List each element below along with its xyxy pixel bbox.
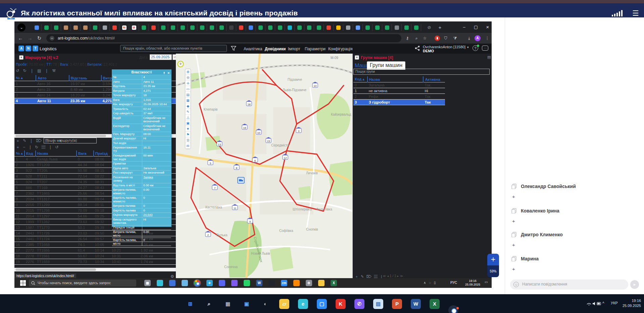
groups-pagination[interactable]: ≪ ◂ 1 / 1 ▸ ≫ bbox=[383, 274, 403, 278]
points-hscrollbar[interactable] bbox=[14, 268, 176, 271]
column-header[interactable]: Активна bbox=[423, 76, 445, 82]
property-value[interactable]: Заявка bbox=[142, 175, 171, 183]
gps-target-button[interactable]: ✛ bbox=[177, 61, 184, 67]
taskbar-excel[interactable]: X bbox=[430, 299, 440, 309]
property-row[interactable]: Вага1,016 bbox=[112, 98, 171, 103]
close-icon[interactable]: ✕ bbox=[167, 70, 170, 76]
app-search-input[interactable]: Пошук країн, областей, або населених пун… bbox=[120, 45, 227, 52]
streamed-taskbar-viber[interactable] bbox=[231, 280, 238, 286]
streamed-taskbar-telegram[interactable]: ✈ bbox=[206, 280, 213, 286]
property-row[interactable]: Довгий маршрутНі bbox=[112, 136, 171, 141]
taskbar-copilot[interactable]: ◐ bbox=[260, 299, 270, 309]
streamed-language[interactable]: РУС bbox=[450, 281, 457, 285]
browser-tab-red[interactable] bbox=[110, 24, 119, 31]
browser-tab-sheet[interactable] bbox=[207, 24, 217, 31]
table-row[interactable]: 0ЗагальнаТак bbox=[353, 82, 445, 88]
tab-search-button[interactable]: ⌄ bbox=[17, 23, 26, 32]
property-row[interactable]: Відстань23.35 км bbox=[112, 84, 171, 89]
streamed-taskbar-excel[interactable]: X bbox=[331, 280, 337, 286]
download-icon[interactable]: ⤓ bbox=[466, 35, 473, 42]
taskbar-task-view[interactable]: ▦ bbox=[223, 299, 233, 309]
taskbar-search[interactable]: ⌕ bbox=[204, 299, 214, 309]
column-header[interactable]: № ▴ bbox=[14, 75, 36, 81]
property-row[interactable]: Вартість палива, місто0 bbox=[112, 238, 171, 246]
recording-mic-icon[interactable] bbox=[435, 36, 440, 41]
browser-tab-doc[interactable] bbox=[32, 24, 42, 31]
property-row[interactable]: Точок маршруту18 bbox=[112, 93, 171, 98]
map-tool-icon-13[interactable]: ✉ bbox=[185, 143, 191, 149]
property-row[interactable]: Оцінка маршрута24,543 bbox=[112, 213, 171, 217]
streamed-taskbar-file-explorer[interactable] bbox=[318, 280, 325, 286]
taskbar-edge[interactable]: e bbox=[298, 299, 308, 309]
browser-tab-gear[interactable] bbox=[100, 24, 110, 31]
browser-tab-blue[interactable] bbox=[246, 24, 256, 31]
property-row[interactable]: АвтоАвто 11 bbox=[112, 80, 171, 84]
table-row[interactable]: 172272ТТ155561.410:1410:211.92 км bbox=[14, 248, 176, 253]
password-key-icon[interactable]: ⚷ bbox=[404, 35, 411, 42]
property-row[interactable]: Відстань в місті0.00 км bbox=[112, 183, 171, 188]
browser-tab-cal[interactable] bbox=[71, 24, 81, 31]
column-header[interactable]: Приїзд bbox=[94, 150, 110, 156]
hamburger-menu-icon[interactable]: ☰ bbox=[632, 10, 639, 17]
wifi-volume-battery-icons[interactable] bbox=[587, 301, 601, 306]
browser-tab-red[interactable] bbox=[324, 24, 334, 31]
menu-item-3[interactable]: Імпорт bbox=[288, 47, 300, 51]
forward-button[interactable]: → bbox=[26, 35, 34, 42]
column-header[interactable]: Вага bbox=[77, 150, 94, 156]
map-tool-icon-1[interactable]: ⊖ bbox=[185, 75, 191, 80]
streamed-taskbar-task-view[interactable]: ▦ bbox=[144, 280, 151, 286]
map-tool-icon-11[interactable]: ⚑ bbox=[185, 132, 191, 137]
routes-toolbar-icons[interactable]: ↺ ↻ ❘ ▤ ❘ ⚒ bbox=[16, 68, 57, 73]
participant-add-button[interactable]: + bbox=[512, 242, 515, 248]
streamed-taskbar-bsplayer[interactable] bbox=[169, 280, 176, 286]
account-name[interactable]: OvcharenkoAnton [11580] bbox=[423, 45, 465, 49]
participant-add-button[interactable]: + bbox=[512, 266, 515, 272]
browser-tab-gear[interactable] bbox=[343, 24, 353, 31]
browser-tab-sheet[interactable] bbox=[304, 24, 314, 31]
property-row[interactable]: Посилання на заявкуЗаявка bbox=[112, 175, 171, 183]
browser-tab-sheet[interactable] bbox=[265, 24, 275, 31]
property-row[interactable]: Порядок секцій bbox=[112, 226, 171, 230]
panel-menu-icon[interactable]: ▤ bbox=[487, 55, 491, 59]
taskbar-file-explorer[interactable]: ▱ bbox=[279, 299, 289, 309]
property-row[interactable]: Кін. маршруту25.09.2025 10:44 bbox=[112, 102, 171, 107]
browser-tab-sheet[interactable] bbox=[373, 24, 382, 31]
column-header[interactable]: Код ▴ bbox=[353, 76, 367, 82]
browser-tab-sheet[interactable] bbox=[188, 24, 197, 31]
points-toolbar2-icons[interactable]: ＋ − ❘ ↻ ▤ ❘ ↺ bbox=[16, 144, 59, 150]
table-row[interactable]: 1не активнаНі bbox=[353, 88, 445, 94]
back-button[interactable]: ← bbox=[17, 35, 24, 42]
browser-tab-sheet[interactable] bbox=[42, 24, 51, 31]
language-indicator[interactable]: УКР bbox=[611, 301, 618, 305]
property-row[interactable]: Витрата палива, міжмісто0.00 bbox=[112, 188, 171, 196]
property-row[interactable]: Витрати4,271 bbox=[112, 89, 171, 93]
table-row[interactable]: 2РефиТак bbox=[353, 94, 445, 100]
maximize-button[interactable]: ▢ bbox=[471, 23, 481, 32]
streamed-taskbar-vlc[interactable] bbox=[293, 280, 300, 286]
browser-tab-gmail[interactable]: M bbox=[129, 24, 139, 31]
browser-tab-sheet[interactable] bbox=[51, 24, 61, 31]
browser-tab-sheet[interactable] bbox=[90, 24, 100, 31]
streamed-taskbar-discord[interactable] bbox=[219, 280, 225, 286]
browser-tab-globe[interactable] bbox=[353, 24, 363, 31]
browser-tab-sheet[interactable] bbox=[158, 24, 168, 31]
browser-tab-cal[interactable] bbox=[61, 24, 71, 31]
taskbar-powerpoint[interactable]: P bbox=[392, 299, 402, 309]
property-row[interactable]: ЕкспедиторСпівробітник не визначений bbox=[112, 124, 171, 132]
browser-tab-sheet[interactable] bbox=[363, 24, 373, 31]
column-header[interactable]: Назва bbox=[367, 76, 424, 82]
chevron-down-icon[interactable]: ▾ bbox=[467, 46, 469, 49]
date-input[interactable]: 25.09.2025 bbox=[150, 54, 172, 60]
browser-tab-red[interactable] bbox=[236, 24, 246, 31]
property-row[interactable]: Викор.складного завантаж.Ні bbox=[112, 217, 171, 226]
column-header[interactable]: Назва bbox=[36, 150, 77, 156]
map-tool-icon-12[interactable]: ☰ bbox=[185, 137, 191, 143]
groups-collapse-button[interactable]: ▼ bbox=[355, 55, 359, 60]
site-info-icon[interactable]: ⚏ bbox=[50, 36, 54, 41]
browser-tab-red[interactable] bbox=[149, 24, 158, 31]
browser-tab-sheet[interactable] bbox=[402, 24, 411, 31]
streamed-notification-icon[interactable]: ▭ bbox=[485, 280, 488, 284]
browser-tab-sheet[interactable] bbox=[217, 24, 227, 31]
map-tool-icon-0[interactable]: ⊕ bbox=[185, 69, 191, 75]
property-row[interactable]: Витрата палива, місто0.00 bbox=[112, 230, 171, 238]
